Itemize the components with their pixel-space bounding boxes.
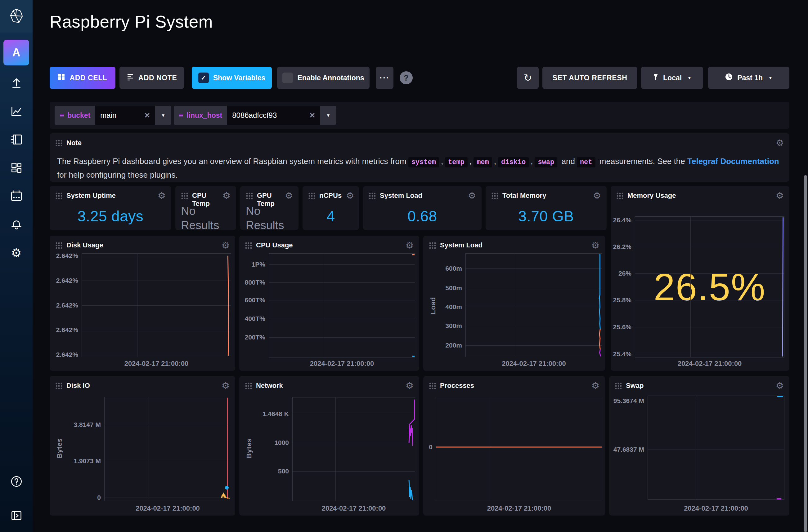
clear-icon[interactable]: ✕ bbox=[144, 111, 150, 120]
gear-icon[interactable]: ⚙ bbox=[776, 192, 784, 200]
drag-handle-icon[interactable] bbox=[615, 382, 622, 389]
chevron-down-icon: ▼ bbox=[687, 75, 692, 80]
show-variables-toggle[interactable]: ✓ Show Variables bbox=[192, 66, 272, 89]
time-range-dropdown[interactable]: Past 1h ▼ bbox=[708, 66, 789, 89]
sidebar-item-dashboards[interactable] bbox=[0, 157, 33, 179]
drag-handle-icon[interactable] bbox=[55, 139, 62, 146]
gear-icon[interactable]: ⚙ bbox=[591, 382, 600, 390]
manual-refresh-button[interactable]: ↻ bbox=[517, 66, 539, 89]
avatar-letter: A bbox=[13, 46, 20, 59]
enable-annotations-toggle[interactable]: Enable Annotations bbox=[277, 66, 370, 89]
drag-handle-icon[interactable] bbox=[616, 192, 623, 199]
y-tick-label: 200m bbox=[445, 342, 462, 349]
plot-area[interactable]: 1.4648 K1000500 bbox=[292, 397, 415, 501]
gear-icon[interactable]: ⚙ bbox=[468, 192, 476, 200]
set-auto-refresh-button[interactable]: SET AUTO REFRESH bbox=[543, 66, 637, 89]
scrollbar-thumb[interactable] bbox=[804, 175, 807, 532]
chart-panel-network: Network⚙ Bytes 1.4648 K1000500 2024-02-1… bbox=[239, 376, 419, 516]
variable-value: 8086adfccf93 bbox=[232, 111, 277, 120]
add-note-button[interactable]: ADD NOTE bbox=[120, 66, 184, 89]
drag-handle-icon[interactable] bbox=[55, 382, 62, 389]
gear-icon[interactable]: ⚙ bbox=[285, 192, 293, 200]
y-tick-label: 3.8147 M bbox=[74, 421, 101, 429]
y-tick-label: 2.642% bbox=[56, 326, 78, 334]
add-cell-button[interactable]: ADD CELL bbox=[50, 66, 115, 89]
stat-system-uptime: System Uptime⚙ 3.25 days bbox=[50, 186, 171, 230]
influxdb-dashboard-app: A bbox=[0, 0, 808, 532]
series-lines bbox=[466, 253, 602, 357]
chevron-down-icon[interactable]: ▼ bbox=[320, 106, 336, 125]
sidebar-item-home[interactable] bbox=[0, 0, 33, 33]
check-mark: ✓ bbox=[201, 74, 206, 81]
drag-handle-icon[interactable] bbox=[429, 382, 436, 389]
sidebar-item-upload[interactable] bbox=[0, 73, 33, 95]
series-lines bbox=[293, 397, 415, 501]
clear-icon[interactable]: ✕ bbox=[309, 111, 315, 120]
drag-handle-icon[interactable] bbox=[369, 192, 375, 199]
y-axis-label: Bytes bbox=[52, 394, 68, 503]
show-variables-label: Show Variables bbox=[213, 74, 265, 82]
sidebar-item-alerts[interactable] bbox=[0, 214, 33, 235]
help-circle-icon bbox=[9, 474, 23, 490]
drag-handle-icon[interactable] bbox=[246, 192, 253, 199]
gear-icon[interactable]: ⚙ bbox=[222, 192, 231, 200]
help-button[interactable]: ? bbox=[400, 71, 413, 84]
plot-area[interactable]: 600m500m400m300m200m bbox=[465, 253, 602, 357]
gear-icon[interactable]: ⚙ bbox=[222, 382, 229, 390]
gear-icon[interactable]: ⚙ bbox=[222, 241, 229, 249]
chevron-down-icon[interactable]: ▼ bbox=[155, 106, 171, 125]
plot-area[interactable]: 95.3674 M47.6837 M bbox=[647, 396, 785, 500]
sidebar-item-tasks[interactable] bbox=[0, 186, 33, 207]
telegraf-documentation-link[interactable]: Telegraf Documentation bbox=[687, 156, 779, 166]
panel-title: Network bbox=[256, 382, 283, 390]
chart-panel-processes: Processes⚙ 0 2024-02-17 21:00:00 bbox=[423, 376, 605, 516]
checkbox-checked-icon[interactable]: ✓ bbox=[198, 73, 209, 83]
gear-icon[interactable]: ⚙ bbox=[593, 192, 601, 200]
avatar[interactable]: A bbox=[3, 40, 29, 65]
y-tick-label: 26% bbox=[619, 270, 631, 277]
gear-icon[interactable]: ⚙ bbox=[406, 241, 414, 249]
code-chip: mem bbox=[474, 157, 492, 167]
calendar-icon bbox=[9, 189, 23, 204]
drag-handle-icon[interactable] bbox=[245, 242, 252, 249]
stat-cpu-temp: CPU Temp⚙ No Results bbox=[175, 186, 236, 230]
gear-icon[interactable]: ⚙ bbox=[346, 192, 354, 200]
checkbox-unchecked-icon[interactable] bbox=[282, 73, 293, 83]
sidebar-nav: A bbox=[0, 0, 33, 532]
series-lines bbox=[269, 253, 415, 357]
variable-bucket-dropdown[interactable]: ≡bucket main ✕ ▼ bbox=[55, 106, 171, 125]
add-cell-label: ADD CELL bbox=[70, 74, 107, 82]
sidebar-item-data-explorer[interactable] bbox=[0, 101, 33, 123]
sidebar-item-notebooks[interactable] bbox=[0, 129, 33, 151]
sidebar-item-settings[interactable]: ⚙ bbox=[0, 242, 33, 264]
timezone-dropdown[interactable]: Local ▼ bbox=[641, 66, 703, 89]
drag-handle-icon[interactable] bbox=[491, 192, 498, 199]
plot-area[interactable]: 2.642%2.642%2.642%2.642%2.642% bbox=[81, 253, 231, 357]
drag-handle-icon[interactable] bbox=[429, 242, 436, 249]
plot-area[interactable]: 0 bbox=[436, 397, 602, 501]
y-tick-label: 1.4648 K bbox=[262, 410, 289, 418]
gear-icon[interactable]: ⚙ bbox=[776, 139, 784, 147]
plot-area[interactable]: 3.8147 M1.9073 M0 bbox=[104, 397, 231, 501]
y-tick-label: 1000 bbox=[274, 439, 289, 446]
sidebar-item-expand[interactable] bbox=[0, 505, 33, 527]
drag-handle-icon[interactable] bbox=[55, 192, 62, 199]
drag-handle-icon[interactable] bbox=[308, 192, 315, 199]
variable-linux-host-dropdown[interactable]: ≡linux_host 8086adfccf93 ✕ ▼ bbox=[174, 106, 336, 125]
sidebar-item-help[interactable] bbox=[0, 471, 33, 493]
gear-icon[interactable]: ⚙ bbox=[591, 241, 600, 249]
drag-handle-icon[interactable] bbox=[181, 192, 188, 199]
gear-icon[interactable]: ⚙ bbox=[776, 382, 784, 390]
gear-icon[interactable]: ⚙ bbox=[406, 382, 414, 390]
drag-handle-icon[interactable] bbox=[55, 242, 62, 249]
gear-icon[interactable]: ⚙ bbox=[158, 192, 166, 200]
panel-title: Total Memory bbox=[502, 192, 546, 200]
code-chip: temp bbox=[445, 157, 467, 167]
chart-panel-cpu-usage: CPU Usage⚙ 1P%800T%600T%400T%200T% 2024-… bbox=[239, 235, 419, 371]
expand-panel-icon bbox=[9, 509, 23, 524]
drag-handle-icon[interactable] bbox=[245, 382, 252, 389]
plot-area[interactable]: 1P%800T%600T%400T%200T% bbox=[269, 253, 415, 358]
more-options-button[interactable]: ··· bbox=[376, 66, 393, 89]
plot-area[interactable]: 26.5% 26.4%26.2%26%25.8%25.6%25.4% bbox=[635, 216, 785, 358]
variable-icon: ≡ bbox=[179, 111, 183, 120]
